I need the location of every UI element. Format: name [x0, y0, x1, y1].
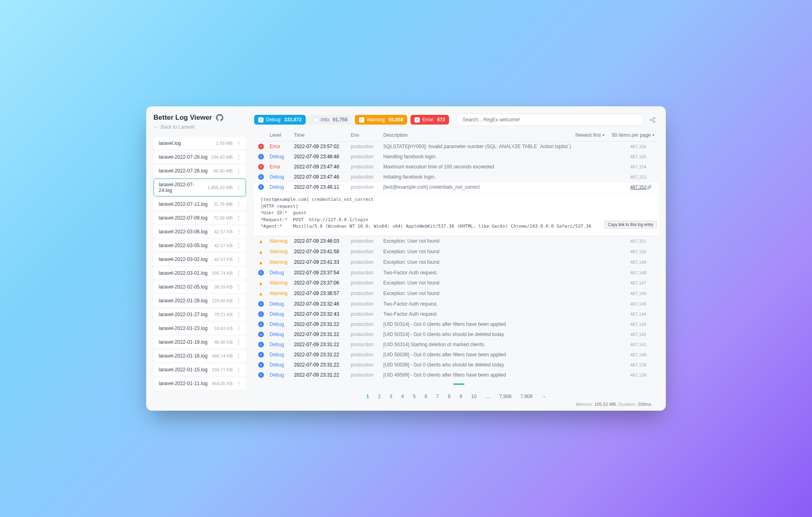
- more-icon[interactable]: ⋮: [235, 298, 242, 304]
- log-row[interactable]: i Debug 2022-07-09 23:31:22 production […: [254, 319, 659, 330]
- more-icon[interactable]: ⋮: [235, 201, 242, 207]
- info-icon: i: [258, 342, 264, 347]
- file-item[interactable]: laravel-2022-03-06.log 42.57 KB ⋮: [153, 226, 246, 238]
- log-rows[interactable]: ! Error 2022-07-09 23:57:02 production S…: [254, 142, 659, 389]
- more-icon[interactable]: ⋮: [235, 339, 242, 345]
- back-link[interactable]: ← Back to Laravel: [153, 124, 247, 130]
- page-number[interactable]: 3: [390, 394, 393, 399]
- page-number[interactable]: 4: [401, 394, 404, 399]
- log-row[interactable]: ! Error 2022-07-09 23:57:02 production S…: [254, 142, 659, 152]
- page-number[interactable]: 7,909: [520, 394, 533, 399]
- file-item[interactable]: laravel-2022-03-01.log 295.74 KB ⋮: [153, 267, 246, 279]
- checkbox-icon: [313, 117, 318, 123]
- more-icon[interactable]: ⋮: [235, 215, 242, 221]
- sort-toggle[interactable]: Newest first ▾: [575, 132, 605, 138]
- log-row[interactable]: i Debug 2022-07-09 23:31:22 production […: [254, 360, 659, 370]
- page-number[interactable]: 8: [448, 394, 451, 399]
- share-button[interactable]: [646, 114, 659, 126]
- more-icon[interactable]: ⋮: [235, 243, 242, 248]
- log-row[interactable]: ▲ Warning 2022-07-09 23:36:57 production…: [254, 289, 659, 299]
- file-name: laravel-2022-07-11.log: [159, 201, 207, 207]
- log-row[interactable]: i Debug 2022-07-09 23:32:46 production T…: [254, 299, 659, 309]
- more-icon[interactable]: ⋮: [235, 284, 242, 290]
- file-item[interactable]: laravel-2022-07-28.log 104.80 MB ⋮: [153, 151, 246, 163]
- warning-icon: ▲: [258, 291, 263, 297]
- log-time: 2022-07-09 23:47:48: [294, 164, 351, 170]
- search-input[interactable]: [457, 114, 643, 126]
- more-icon[interactable]: ⋮: [235, 154, 242, 160]
- more-icon[interactable]: ⋮: [235, 168, 242, 174]
- link-icon[interactable]: 🔗: [646, 185, 652, 190]
- github-icon[interactable]: [216, 114, 223, 121]
- more-icon[interactable]: ⋮: [235, 185, 242, 190]
- file-size: 2.59 MB: [216, 141, 233, 146]
- file-size: 93.63 KB: [214, 326, 233, 331]
- log-row[interactable]: i Debug 2022-07-09 23:31:22 production […: [254, 350, 659, 360]
- file-item[interactable]: laravel-2022-07-11.log 31.76 MB ⋮: [153, 198, 246, 210]
- file-item[interactable]: laravel-2022-01-23.log 93.63 KB ⋮: [153, 322, 246, 334]
- log-level: Debug: [270, 352, 294, 358]
- more-icon[interactable]: ⋮: [235, 381, 242, 386]
- more-icon[interactable]: ⋮: [235, 229, 242, 235]
- page-number[interactable]: 5: [413, 394, 416, 399]
- log-row[interactable]: i Debug 2022-07-09 23:31:22 production […: [254, 330, 659, 340]
- log-row[interactable]: i Debug 2022-07-09 23:46:11 production […: [254, 182, 659, 192]
- log-row[interactable]: i Debug 2022-07-09 23:31:22 production […: [254, 340, 659, 350]
- more-icon[interactable]: ⋮: [235, 270, 242, 276]
- more-icon[interactable]: ⋮: [235, 353, 242, 359]
- log-row[interactable]: i Debug 2022-07-09 23:48:48 production H…: [254, 152, 659, 162]
- file-item[interactable]: laravel.log 2.59 MB ⋮: [153, 137, 246, 149]
- file-item[interactable]: laravel-2022-01-11.log 454.05 KB ⋮: [153, 377, 246, 390]
- page-number[interactable]: 9: [460, 394, 462, 399]
- filter-warning[interactable]: ✓ Warning: 60,858: [355, 115, 407, 125]
- log-row[interactable]: i Debug 2022-07-09 23:32:43 production T…: [254, 309, 659, 319]
- file-item[interactable]: laravel-2022-07-09.log 72.09 MB ⋮: [153, 212, 246, 224]
- log-env: production: [351, 372, 383, 378]
- more-icon[interactable]: ⋮: [235, 140, 242, 146]
- next-page[interactable]: →: [542, 394, 546, 399]
- file-item[interactable]: laravel-2022-07-26.log 50.40 MB ⋮: [153, 165, 246, 177]
- log-row[interactable]: i Debug 2022-07-09 23:31:22 production […: [254, 370, 659, 380]
- log-row[interactable]: ▲ Warning 2022-07-09 23:46:03 production…: [254, 236, 659, 247]
- more-icon[interactable]: ⋮: [235, 367, 242, 373]
- page-number[interactable]: 10: [471, 394, 476, 399]
- file-name: laravel-2022-01-28.log: [159, 298, 207, 304]
- file-item[interactable]: laravel-2022-01-27.log 79.21 KB ⋮: [153, 308, 246, 321]
- log-row[interactable]: ▲ Warning 2022-07-09 23:41:33 production…: [254, 257, 659, 268]
- file-item[interactable]: laravel-2022-01-28.log 129.88 KB ⋮: [153, 295, 246, 307]
- log-level: Error: [270, 144, 294, 149]
- log-env: production: [351, 280, 383, 286]
- file-item[interactable]: laravel-2022-01-16.log 368.74 KB ⋮: [153, 350, 246, 362]
- file-list[interactable]: laravel.log 2.59 MB ⋮laravel-2022-07-28.…: [153, 137, 247, 411]
- log-description: Exception: User not found: [383, 291, 624, 296]
- app-window: Better Log Viewer ← Back to Laravel lara…: [146, 106, 666, 411]
- filter-debug[interactable]: ✓ Debug: 333,872: [254, 115, 306, 125]
- more-icon[interactable]: ⋮: [235, 312, 242, 317]
- filter-info[interactable]: Info: 91,756: [309, 115, 352, 125]
- log-env: production: [351, 164, 383, 170]
- log-row[interactable]: i Debug 2022-07-09 23:47:46 production I…: [254, 172, 659, 182]
- checkbox-icon: ✓: [415, 117, 420, 123]
- log-row[interactable]: i Debug 2022-07-09 23:37:54 production T…: [254, 268, 659, 278]
- page-number[interactable]: 1: [366, 394, 369, 399]
- memory-label: Memory:: [576, 402, 593, 407]
- file-item[interactable]: laravel-2022-02-05.log 38.59 KB ⋮: [153, 281, 246, 293]
- log-row[interactable]: ▲ Warning 2022-07-09 23:37:06 production…: [254, 278, 659, 289]
- file-item[interactable]: laravel-2022-03-02.log 42.57 KB ⋮: [153, 253, 246, 265]
- page-number[interactable]: 7: [436, 394, 439, 399]
- more-icon[interactable]: ⋮: [235, 325, 242, 331]
- page-number[interactable]: 2: [378, 394, 381, 399]
- file-item[interactable]: laravel-2022-01-15.log 234.77 KB ⋮: [153, 364, 246, 376]
- page-number[interactable]: 6: [425, 394, 428, 399]
- log-row[interactable]: ▲ Warning 2022-07-09 23:41:58 production…: [254, 247, 659, 257]
- file-size: 79.21 KB: [214, 312, 233, 317]
- perpage-toggle[interactable]: 50 items per page ▾: [612, 132, 654, 138]
- file-name: laravel-2022-07-09.log: [159, 215, 207, 221]
- filter-error[interactable]: ✓ Error: 672: [410, 115, 449, 125]
- more-icon[interactable]: ⋮: [235, 256, 242, 262]
- file-item[interactable]: laravel-2022-03-05.log 42.57 KB ⋮: [153, 239, 246, 252]
- file-item[interactable]: laravel-2022-01-19.log 45.88 KB ⋮: [153, 336, 246, 348]
- log-row[interactable]: ! Error 2022-07-09 23:47:48 production M…: [254, 162, 659, 172]
- page-number[interactable]: 7,908: [499, 394, 512, 399]
- file-item[interactable]: laravel-2022-07-24.log 1,009.20 MB ⋮: [153, 179, 246, 196]
